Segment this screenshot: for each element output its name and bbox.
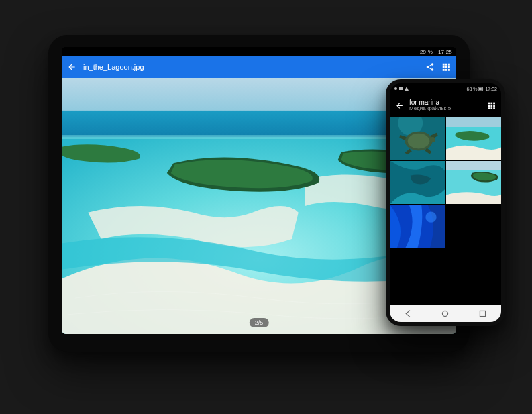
phone-device: 68 % 17:32 for marina Медиа-файлы: 5 xyxy=(386,79,505,326)
svg-rect-31 xyxy=(493,105,495,107)
svg-rect-22 xyxy=(399,87,403,90)
nav-back-icon[interactable] xyxy=(404,309,413,318)
phone-screen: 68 % 17:32 for marina Медиа-файлы: 5 xyxy=(390,83,501,322)
notification-icon xyxy=(394,87,398,91)
clock-time: 17:32 xyxy=(485,87,497,91)
svg-rect-27 xyxy=(490,102,492,104)
thumbnail-turtle[interactable] xyxy=(390,117,445,160)
svg-rect-8 xyxy=(443,64,445,66)
svg-point-39 xyxy=(429,137,435,142)
svg-rect-43 xyxy=(446,161,501,172)
svg-point-47 xyxy=(443,311,448,316)
svg-rect-26 xyxy=(488,102,490,104)
battery-percent: 68 % xyxy=(467,87,478,91)
svg-point-38 xyxy=(408,134,430,149)
svg-rect-30 xyxy=(490,105,492,107)
thumbnail-aerial-reef[interactable] xyxy=(390,161,445,204)
thumbnail-island-shore[interactable] xyxy=(446,161,501,204)
svg-rect-13 xyxy=(448,66,450,68)
empty-space xyxy=(390,248,501,305)
notification-icon xyxy=(399,87,403,91)
svg-rect-32 xyxy=(488,107,490,109)
thumbnail-lagoon-islands[interactable] xyxy=(446,117,501,160)
tablet-status-bar: 29 % 17:25 xyxy=(62,47,456,56)
tablet-app-bar: in_the_Lagoon.jpg xyxy=(62,56,456,78)
thumbnail-blue-abstract[interactable] xyxy=(390,205,445,248)
svg-rect-28 xyxy=(493,102,495,104)
svg-rect-10 xyxy=(448,64,450,66)
svg-rect-33 xyxy=(490,107,492,109)
phone-nav-bar xyxy=(390,305,501,322)
nav-recents-icon[interactable] xyxy=(478,309,487,318)
svg-point-21 xyxy=(394,87,397,90)
svg-rect-25 xyxy=(483,88,484,89)
back-icon[interactable] xyxy=(67,62,76,72)
svg-rect-48 xyxy=(480,311,485,316)
phone-app-bar: for marina Медиа-файлы: 5 xyxy=(390,94,501,117)
clock-time: 17:25 xyxy=(438,49,452,55)
back-icon[interactable] xyxy=(395,101,404,110)
svg-rect-24 xyxy=(479,87,482,89)
page-indicator: 2/5 xyxy=(250,318,269,327)
svg-rect-11 xyxy=(443,66,445,68)
share-icon[interactable] xyxy=(425,62,435,72)
svg-rect-34 xyxy=(493,107,495,109)
svg-rect-40 xyxy=(446,117,501,129)
svg-rect-29 xyxy=(488,105,490,107)
battery-icon xyxy=(478,87,484,91)
notification-icon xyxy=(405,87,409,91)
thumbnail-grid xyxy=(390,117,501,248)
file-title: in_the_Lagoon.jpg xyxy=(83,63,419,71)
svg-rect-15 xyxy=(445,69,447,71)
battery-percent: 29 % xyxy=(420,49,433,55)
phone-status-bar: 68 % 17:32 xyxy=(390,83,501,94)
svg-rect-12 xyxy=(445,66,447,68)
svg-point-46 xyxy=(425,211,436,222)
svg-rect-16 xyxy=(448,69,450,71)
album-subtitle: Медиа-файлы: 5 xyxy=(409,106,482,112)
svg-rect-9 xyxy=(445,64,447,66)
grid-icon[interactable] xyxy=(441,62,451,72)
svg-rect-14 xyxy=(443,69,445,71)
nav-home-icon[interactable] xyxy=(441,309,449,318)
grid-icon[interactable] xyxy=(487,101,496,110)
